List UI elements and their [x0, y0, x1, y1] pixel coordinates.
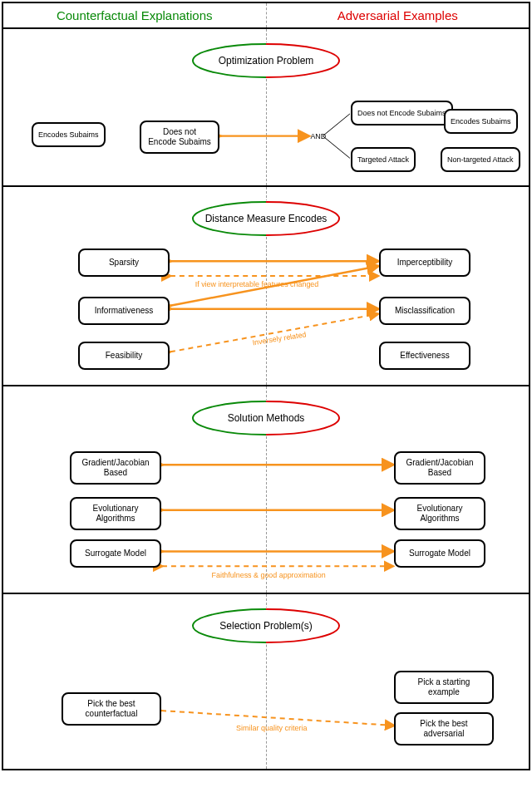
box-feasibility: Feasibility — [78, 342, 170, 370]
box-effectiveness: Effectiveness — [379, 342, 470, 370]
caption-similar: Similar quality criteria — [236, 724, 308, 732]
section-selection: Selection Problem(s) Similar quality cri… — [3, 594, 529, 769]
ellipse-label: Solution Methods — [218, 412, 315, 424]
caption-interpretable: If view interpretable features changed — [195, 280, 319, 288]
ellipse-distance: Distance Measure Encodes — [191, 200, 341, 237]
diagram-frame: Counterfactual Explanations Adversarial … — [2, 2, 530, 770]
ellipse-optimization: Optimization Problem — [191, 42, 341, 79]
box-encodes-subaims-left: Encodes Subaims — [32, 122, 106, 147]
header-left: Counterfactual Explanations — [3, 3, 267, 27]
section-distance: Distance Measure Encodes If view interpr… — [3, 187, 529, 386]
box-pick-starting: Pick a starting example — [394, 671, 494, 704]
svg-line-1 — [323, 114, 350, 136]
box-noencode-right: Does not Encode Subaims — [351, 101, 453, 125]
box-evo-right: Evolutionary Algorithms — [394, 497, 485, 530]
ellipse-label: Optimization Problem — [209, 55, 324, 66]
ellipse-solution: Solution Methods — [191, 400, 341, 436]
header-right: Adversarial Examples — [267, 3, 530, 27]
section-solution: Solution Methods Faithfulness & good app… — [3, 386, 529, 594]
svg-line-7 — [170, 314, 378, 352]
ellipse-label: Selection Problem(s) — [209, 620, 322, 632]
box-gradient-right: Gradient/Jacobian Based — [394, 451, 485, 485]
box-evo-left: Evolutionary Algorithms — [70, 497, 161, 530]
box-targeted-attack: Targeted Attack — [351, 147, 416, 172]
box-nontargeted-attack: Non-targeted Attack — [441, 147, 520, 172]
svg-line-2 — [323, 136, 350, 159]
box-noencode-left: Does not Encode Subaims — [140, 121, 219, 154]
box-misclassification: Misclassification — [379, 297, 470, 325]
box-pick-best-cf: Pick the best counterfactual — [62, 692, 161, 726]
section-optimization: Optimization Problem AND Encodes Subaims… — [3, 29, 529, 187]
box-surrogate-left: Surrogate Model — [70, 539, 161, 568]
box-informativeness: Informativeness — [78, 297, 170, 325]
caption-faithfulness: Faithfulness & good approximation — [212, 571, 326, 579]
and-label: AND — [310, 132, 326, 140]
box-encodes-subaims-right: Encodes Subaims — [444, 109, 518, 134]
svg-line-12 — [161, 711, 394, 726]
box-sparsity: Sparsity — [78, 248, 170, 277]
caption-inverse: Inversely related — [252, 330, 307, 347]
box-surrogate-right: Surrogate Model — [394, 539, 485, 568]
ellipse-label: Distance Measure Encodes — [195, 213, 337, 224]
box-pick-best-adv: Pick the best adversarial — [394, 712, 494, 745]
svg-line-6 — [170, 266, 378, 306]
box-gradient-left: Gradient/Jacobian Based — [70, 451, 161, 485]
header-row: Counterfactual Explanations Adversarial … — [3, 3, 529, 29]
box-imperceptibility: Imperceptibility — [379, 248, 470, 277]
ellipse-selection: Selection Problem(s) — [191, 608, 341, 644]
